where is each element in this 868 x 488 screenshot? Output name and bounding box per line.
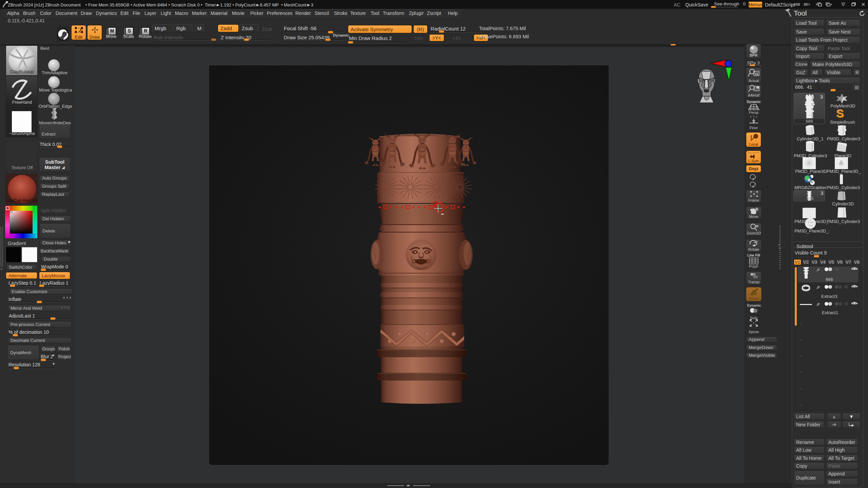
svg-text:y: y [755, 175, 756, 178]
svg-text:z: z [755, 182, 756, 186]
svg-text:x1: x1 [755, 72, 758, 76]
